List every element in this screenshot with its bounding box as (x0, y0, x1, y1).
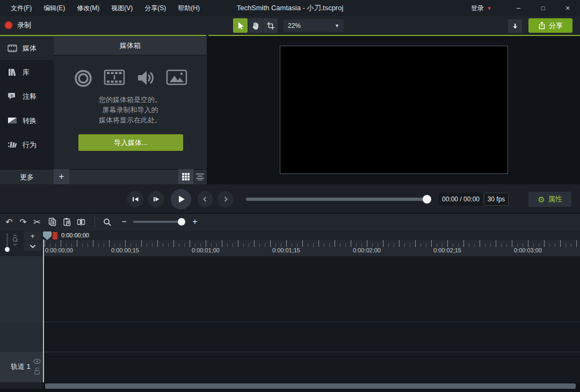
chevron-down-icon: ▼ (335, 23, 339, 28)
minimize-button[interactable]: − (506, 0, 531, 16)
track-visibility-toggle[interactable] (33, 359, 41, 364)
ruler-ticks (45, 240, 580, 247)
split-button[interactable] (74, 215, 88, 229)
step-back-icon (131, 195, 140, 204)
annotation-icon: a (7, 92, 18, 100)
time-display: 00:00 / 00:00 (439, 193, 483, 206)
toolbar-separator (95, 216, 95, 228)
menu-bar: 文件(F) 编辑(E) 修改(M) 视图(V) 分享(S) 帮助(H) (0, 2, 203, 15)
timeline-tracks[interactable] (0, 256, 580, 382)
timeline-zoom-in-button[interactable]: + (189, 215, 201, 229)
fps-display: 30 fps (484, 193, 509, 206)
timeline-zoom-slider-knob[interactable] (178, 218, 185, 226)
ruler-label: 0:00:01;00 (192, 247, 220, 253)
track1-label: 轨道 1 (11, 362, 31, 372)
track-height-slider[interactable] (6, 233, 8, 248)
chevron-down-icon: ▼ (487, 5, 492, 11)
chevron-down-icon (30, 244, 36, 249)
behaviors-icon (7, 141, 18, 149)
media-icon (7, 45, 18, 52)
grid-view-icon (182, 173, 190, 180)
track-lock-toggle[interactable] (34, 367, 40, 375)
timeline-horizontal-scrollbar[interactable] (45, 383, 576, 389)
ruler-label: 0:00:00;15 (111, 247, 139, 253)
sidebar-item-library[interactable]: 库 (0, 60, 54, 84)
playhead-line[interactable] (43, 239, 44, 382)
record-ring-icon (74, 69, 93, 88)
redo-icon: ↷ (19, 217, 26, 227)
menu-help[interactable]: 帮助(H) (175, 2, 203, 15)
crop-tool-button[interactable] (263, 18, 278, 33)
copy-button[interactable] (45, 215, 59, 229)
share-icon (538, 21, 546, 30)
ruler-label: 0:00:01;15 (272, 247, 300, 253)
sidebar-item-media[interactable]: 媒体 (0, 36, 54, 60)
track-height-slider-knob[interactable] (5, 247, 10, 252)
zoom-to-fit-icon[interactable] (11, 234, 19, 246)
sidebar-item-label: 转换 (23, 116, 37, 126)
sidebar-item-label: 媒体 (23, 43, 37, 53)
properties-button[interactable]: ⚙ 属性 (528, 192, 571, 207)
cut-button[interactable]: ✂ (30, 215, 44, 229)
ruler-label: 0:00:00;00 (45, 247, 73, 253)
play-button[interactable] (171, 189, 191, 209)
previous-frame-button[interactable] (127, 191, 143, 207)
timeline-zoom-button[interactable] (100, 215, 114, 229)
sidebar-item-label: 行为 (23, 140, 37, 150)
play-icon (176, 194, 186, 205)
lock-open-icon (34, 367, 40, 375)
playhead-end-marker[interactable] (52, 232, 58, 239)
download-arrow-icon (511, 23, 519, 30)
share-button[interactable]: 分享 (528, 18, 572, 33)
seek-slider[interactable] (246, 198, 430, 201)
paste-button[interactable] (60, 215, 74, 229)
title-bar: 文件(F) 编辑(E) 修改(M) 视图(V) 分享(S) 帮助(H) Tech… (0, 0, 580, 16)
close-button[interactable]: × (555, 0, 580, 16)
menu-file[interactable]: 文件(F) (8, 2, 35, 15)
transition-icon (7, 117, 18, 124)
maximize-button[interactable]: □ (531, 0, 555, 16)
chevron-right-icon (222, 195, 229, 203)
menu-modify[interactable]: 修改(M) (74, 2, 103, 15)
timeline-zoom-out-button[interactable]: − (118, 215, 130, 229)
image-icon (166, 69, 187, 88)
grid-view-button[interactable] (178, 169, 193, 184)
media-bin-add-button[interactable]: + (54, 169, 69, 184)
sidebar-item-transitions[interactable]: 转换 (0, 108, 54, 133)
redo-button[interactable]: ↷ (16, 215, 30, 229)
add-track-button[interactable]: + (24, 231, 41, 241)
sidebar-more-button[interactable]: 更多 (0, 169, 54, 184)
menu-share[interactable]: 分享(S) (141, 2, 169, 15)
camtasia-window: 文件(F) 编辑(E) 修改(M) 视图(V) 分享(S) 帮助(H) Tech… (0, 0, 580, 392)
pan-tool-button[interactable] (248, 18, 263, 33)
copy-icon (48, 217, 56, 226)
seek-slider-knob[interactable] (423, 195, 431, 204)
audio-icon (136, 69, 155, 88)
gear-icon: ⚙ (538, 195, 545, 204)
undo-button[interactable]: ↶ (2, 215, 16, 229)
ruler-label: 0:00:02;15 (433, 247, 461, 253)
download-button[interactable] (508, 19, 522, 33)
split-icon (77, 218, 85, 226)
media-bin-empty-icons (54, 69, 207, 88)
step-forward-button[interactable] (148, 191, 164, 207)
sidebar-item-behaviors[interactable]: 行为 (0, 133, 54, 157)
select-tool-button[interactable] (233, 18, 248, 33)
record-button[interactable]: 录制 (4, 20, 31, 30)
previous-marker-button[interactable] (197, 191, 213, 207)
menu-edit[interactable]: 编辑(E) (40, 2, 68, 15)
track-options-button[interactable] (24, 242, 41, 251)
sidebar-item-annotations[interactable]: a 注释 (0, 84, 54, 108)
preview-canvas[interactable] (280, 46, 508, 174)
scissors-icon: ✂ (33, 217, 40, 227)
sidebar: 媒体 库 a 注释 转换 行为 (0, 36, 54, 169)
list-view-button[interactable] (193, 169, 207, 184)
ruler-label: 0:00:03;00 (514, 247, 542, 253)
canvas-zoom-dropdown[interactable]: 22% ▼ (284, 19, 344, 32)
canvas-tools (233, 18, 278, 33)
next-marker-button[interactable] (218, 191, 234, 207)
import-media-button[interactable]: 导入媒体... (78, 134, 183, 151)
sign-in-button[interactable]: 登录 ▼ (471, 4, 492, 13)
menu-view[interactable]: 视图(V) (108, 2, 136, 15)
magnifier-icon (103, 218, 111, 226)
